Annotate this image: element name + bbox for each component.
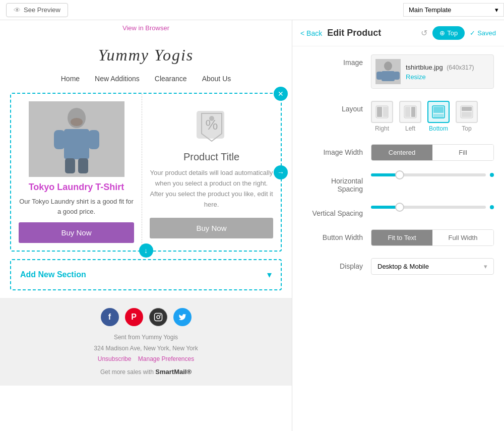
svg-rect-10 (154, 314, 162, 321)
buy-now-button-left[interactable]: Buy Now (19, 222, 134, 243)
layout-bottom-svg (431, 105, 446, 119)
vertical-slider-dot (490, 205, 494, 209)
layout-icon-bottom (427, 101, 450, 123)
image-width-row: Image Width Centered Fill (302, 144, 494, 161)
image-row: Image (302, 54, 494, 89)
layout-option-bottom[interactable]: Bottom (427, 101, 450, 132)
person-silhouette (51, 104, 102, 174)
eye-icon: 👁 (14, 6, 21, 14)
add-section-label: Add New Section (20, 270, 86, 279)
chevron-down-icon: ▾ (495, 6, 498, 14)
resize-link[interactable]: Resize (406, 73, 489, 81)
product-image (29, 101, 124, 177)
svg-rect-28 (462, 107, 472, 111)
see-preview-button[interactable]: 👁 See Preview (6, 3, 68, 17)
vertical-slider-container (371, 205, 494, 209)
nav-home[interactable]: Home (61, 75, 80, 83)
display-control: Desktop & Mobile ▾ (371, 258, 494, 275)
main-layout: View in Browser Yummy Yogis Home New Add… (0, 20, 504, 431)
layout-right-svg (375, 105, 389, 119)
svg-rect-3 (88, 130, 99, 149)
vertical-slider-track[interactable] (371, 206, 486, 209)
product-left: Tokyo Laundry T-Shirt Our Tokyo Laundry … (11, 94, 142, 251)
svg-rect-19 (377, 107, 382, 117)
nav-clearance[interactable]: Clearance (155, 75, 187, 83)
svg-rect-2 (54, 130, 65, 149)
svg-rect-20 (383, 107, 388, 117)
twitter-icon[interactable] (173, 308, 192, 326)
instagram-icon[interactable] (149, 308, 167, 326)
image-label: Image (302, 54, 363, 67)
button-width-row: Button Width Fit to Text Full Width (302, 229, 494, 246)
template-name: Main Template (409, 6, 451, 14)
back-link[interactable]: < Back (300, 29, 322, 37)
add-new-section[interactable]: Add New Section ▾ (10, 259, 282, 290)
close-button[interactable]: ✕ (274, 87, 288, 101)
top-button[interactable]: ⊕ Top (432, 26, 465, 40)
svg-rect-26 (433, 114, 444, 118)
svg-point-6 (71, 118, 83, 126)
buy-now-button-right[interactable]: Buy Now (150, 218, 273, 238)
settings-body: Image (292, 46, 504, 295)
tag-icon: % (194, 108, 229, 144)
svg-rect-29 (462, 112, 472, 117)
layout-option-left[interactable]: Left (399, 101, 421, 132)
layout-options: Right Left (371, 101, 494, 132)
horizontal-slider-thumb[interactable] (395, 170, 404, 179)
unsubscribe-link[interactable]: Unsubscribe (98, 355, 132, 362)
svg-rect-17 (394, 72, 400, 80)
manage-prefs-link[interactable]: Manage Preferences (138, 355, 194, 362)
view-in-browser-link[interactable]: View in Browser (0, 20, 292, 36)
tshirt-thumb (375, 59, 401, 84)
display-row: Display Desktop & Mobile ▾ (302, 258, 494, 275)
svg-point-12 (160, 315, 161, 316)
button-width-fit[interactable]: Fit to Text (371, 230, 432, 245)
vertical-spacing-row: Vertical Spacing (302, 205, 494, 217)
layout-option-right[interactable]: Right (371, 101, 393, 132)
image-width-label: Image Width (302, 144, 363, 156)
horizontal-slider-dot (490, 173, 494, 177)
layout-icon-left (399, 101, 421, 123)
button-width-full[interactable]: Full Width (432, 230, 493, 245)
layout-control: Right Left (371, 101, 494, 132)
settings-panel: < Back Edit Product ↺ ⊕ Top ✓ Saved Imag… (292, 20, 504, 431)
image-preview-row: tshirtblue.jpg (640x317) Resize (371, 54, 494, 89)
refresh-icon[interactable]: ↺ (421, 28, 427, 38)
display-value: Desktop & Mobile (377, 263, 429, 270)
check-icon: ✓ (470, 29, 475, 37)
layout-label-top: Top (462, 125, 471, 132)
vertical-slider-thumb[interactable] (395, 203, 404, 212)
preview-label: See Preview (24, 6, 60, 14)
email-logo: Yummy Yogis (0, 46, 292, 65)
layout-option-top[interactable]: Top (456, 101, 478, 132)
svg-rect-5 (78, 158, 88, 173)
smartrmail-footer: Get more sales with SmartMail® (10, 368, 282, 376)
nav-about-us[interactable]: About Us (202, 75, 231, 83)
arrow-down-button[interactable]: ↓ (139, 243, 153, 258)
pinterest-icon[interactable]: P (125, 308, 143, 326)
instagram-svg (154, 313, 163, 322)
display-dropdown[interactable]: Desktop & Mobile ▾ (371, 258, 494, 275)
saved-label: ✓ Saved (470, 29, 496, 37)
email-footer: f P Sent from Yummy Yogis 324 (0, 298, 292, 386)
layout-label-bottom: Bottom (429, 125, 448, 132)
svg-rect-22 (405, 107, 410, 117)
layout-icon-top (456, 101, 478, 123)
svg-point-9 (209, 116, 214, 121)
facebook-icon[interactable]: f (101, 308, 119, 326)
image-filename: tshirtblue.jpg (640x317) (406, 64, 474, 71)
image-width-fill[interactable]: Fill (432, 145, 493, 160)
arrow-right-button[interactable]: → (274, 165, 288, 179)
template-select[interactable]: Main Template ▾ (403, 3, 504, 17)
layout-left-svg (403, 105, 417, 119)
image-width-centered[interactable]: Centered (371, 145, 432, 160)
product-right: % Product Title Your product details wil… (142, 94, 281, 251)
horizontal-slider-track[interactable] (371, 173, 486, 176)
nav-new-additions[interactable]: New Additions (95, 75, 140, 83)
layout-row: Layout Right (302, 101, 494, 132)
layout-label-left: Left (405, 125, 415, 132)
button-width-label: Button Width (302, 229, 363, 241)
settings-header: < Back Edit Product ↺ ⊕ Top ✓ Saved (292, 20, 504, 46)
social-icons: f P (10, 308, 282, 326)
layout-icon-right (371, 101, 393, 123)
